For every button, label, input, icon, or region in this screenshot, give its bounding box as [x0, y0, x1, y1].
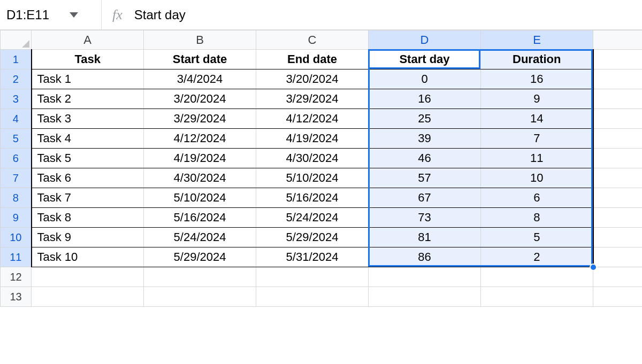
cell-D11[interactable]: 86	[369, 247, 481, 267]
cell-C11[interactable]: 5/31/2024	[256, 247, 369, 267]
cell-B11[interactable]: 5/29/2024	[144, 247, 256, 267]
cell-C5[interactable]: 4/19/2024	[256, 129, 369, 149]
row-header-1[interactable]: 1	[1, 50, 32, 69]
row-header-3[interactable]: 3	[1, 89, 32, 109]
cell-B10[interactable]: 5/24/2024	[144, 228, 256, 247]
cell-B12[interactable]	[144, 267, 256, 287]
cell-blank-10[interactable]	[593, 228, 643, 247]
cell-C2[interactable]: 3/20/2024	[256, 69, 369, 89]
cell-A3[interactable]: Task 2	[32, 89, 144, 109]
cell-blank-9[interactable]	[593, 208, 643, 228]
cell-D7[interactable]: 57	[369, 168, 481, 188]
row-header-13[interactable]: 13	[1, 287, 32, 307]
cell-B9[interactable]: 5/16/2024	[144, 208, 256, 228]
cell-B8[interactable]: 5/10/2024	[144, 188, 256, 208]
row-header-7[interactable]: 7	[1, 168, 32, 188]
col-header-B[interactable]: B	[144, 30, 256, 50]
cell-D1[interactable]: Start day	[369, 50, 481, 69]
cell-E9[interactable]: 8	[481, 208, 593, 228]
cell-D13[interactable]	[369, 287, 481, 307]
row-header-6[interactable]: 6	[1, 149, 32, 168]
cell-D4[interactable]: 25	[369, 109, 481, 129]
cell-C1[interactable]: End date	[256, 50, 369, 69]
cell-blank-5[interactable]	[593, 129, 643, 149]
cell-D6[interactable]: 46	[369, 149, 481, 168]
cell-B3[interactable]: 3/20/2024	[144, 89, 256, 109]
cell-E2[interactable]: 16	[481, 69, 593, 89]
cell-C7[interactable]: 5/10/2024	[256, 168, 369, 188]
row-header-2[interactable]: 2	[1, 69, 32, 89]
cell-B6[interactable]: 4/19/2024	[144, 149, 256, 168]
cell-D5[interactable]: 39	[369, 129, 481, 149]
cell-E7[interactable]: 10	[481, 168, 593, 188]
row-header-12[interactable]: 12	[1, 267, 32, 287]
row-header-4[interactable]: 4	[1, 109, 32, 129]
cell-E11[interactable]: 2	[481, 247, 593, 267]
cell-C6[interactable]: 4/30/2024	[256, 149, 369, 168]
cell-D10[interactable]: 81	[369, 228, 481, 247]
cell-D8[interactable]: 67	[369, 188, 481, 208]
formula-input[interactable]	[133, 7, 642, 23]
cell-A7[interactable]: Task 6	[32, 168, 144, 188]
cell-B13[interactable]	[144, 287, 256, 307]
cell-A8[interactable]: Task 7	[32, 188, 144, 208]
cell-E13[interactable]	[481, 287, 593, 307]
cell-B2[interactable]: 3/4/2024	[144, 69, 256, 89]
col-header-C[interactable]: C	[256, 30, 369, 50]
cell-A2[interactable]: Task 1	[32, 69, 144, 89]
select-all-corner[interactable]	[1, 30, 32, 50]
row-header-8[interactable]: 8	[1, 188, 32, 208]
cell-D9[interactable]: 73	[369, 208, 481, 228]
name-box-dropdown-icon[interactable]	[70, 12, 78, 18]
cell-A6[interactable]: Task 5	[32, 149, 144, 168]
cell-C8[interactable]: 5/16/2024	[256, 188, 369, 208]
cell-C10[interactable]: 5/29/2024	[256, 228, 369, 247]
cell-A10[interactable]: Task 9	[32, 228, 144, 247]
cell-blank-4[interactable]	[593, 109, 643, 129]
cell-B5[interactable]: 4/12/2024	[144, 129, 256, 149]
col-header-E[interactable]: E	[481, 30, 593, 50]
row-header-9[interactable]: 9	[1, 208, 32, 228]
cell-blank-2[interactable]	[593, 69, 643, 89]
cell-E5[interactable]: 7	[481, 129, 593, 149]
cell-A11[interactable]: Task 10	[32, 247, 144, 267]
cell-E1[interactable]: Duration	[481, 50, 593, 69]
cell-blank-13[interactable]	[593, 287, 643, 307]
row-header-11[interactable]: 11	[1, 247, 32, 267]
cell-A1[interactable]: Task	[32, 50, 144, 69]
cell-C9[interactable]: 5/24/2024	[256, 208, 369, 228]
cell-blank-12[interactable]	[593, 267, 643, 287]
cell-A9[interactable]: Task 8	[32, 208, 144, 228]
cell-blank-7[interactable]	[593, 168, 643, 188]
cell-E12[interactable]	[481, 267, 593, 287]
col-header-blank[interactable]	[593, 30, 643, 50]
cell-C12[interactable]	[256, 267, 369, 287]
cell-E4[interactable]: 14	[481, 109, 593, 129]
cell-B7[interactable]: 4/30/2024	[144, 168, 256, 188]
row-header-5[interactable]: 5	[1, 129, 32, 149]
cell-E10[interactable]: 5	[481, 228, 593, 247]
cell-B4[interactable]: 3/29/2024	[144, 109, 256, 129]
cell-A5[interactable]: Task 4	[32, 129, 144, 149]
cell-D12[interactable]	[369, 267, 481, 287]
cell-C13[interactable]	[256, 287, 369, 307]
cell-D3[interactable]: 16	[369, 89, 481, 109]
col-header-D[interactable]: D	[369, 30, 481, 50]
name-box[interactable]	[5, 7, 64, 23]
cell-blank-1[interactable]	[593, 50, 643, 69]
cell-E8[interactable]: 6	[481, 188, 593, 208]
row-header-10[interactable]: 10	[1, 228, 32, 247]
cell-D2[interactable]: 0	[369, 69, 481, 89]
cell-C3[interactable]: 3/29/2024	[256, 89, 369, 109]
col-header-A[interactable]: A	[32, 30, 144, 50]
cell-blank-11[interactable]	[593, 247, 643, 267]
cell-blank-3[interactable]	[593, 89, 643, 109]
cell-blank-6[interactable]	[593, 149, 643, 168]
spreadsheet-grid[interactable]: A B C D E 1TaskStart dateEnd dateStart d…	[0, 30, 642, 307]
cell-blank-8[interactable]	[593, 188, 643, 208]
cell-B1[interactable]: Start date	[144, 50, 256, 69]
cell-C4[interactable]: 4/12/2024	[256, 109, 369, 129]
cell-E6[interactable]: 11	[481, 149, 593, 168]
cell-A12[interactable]	[32, 267, 144, 287]
cell-A4[interactable]: Task 3	[32, 109, 144, 129]
